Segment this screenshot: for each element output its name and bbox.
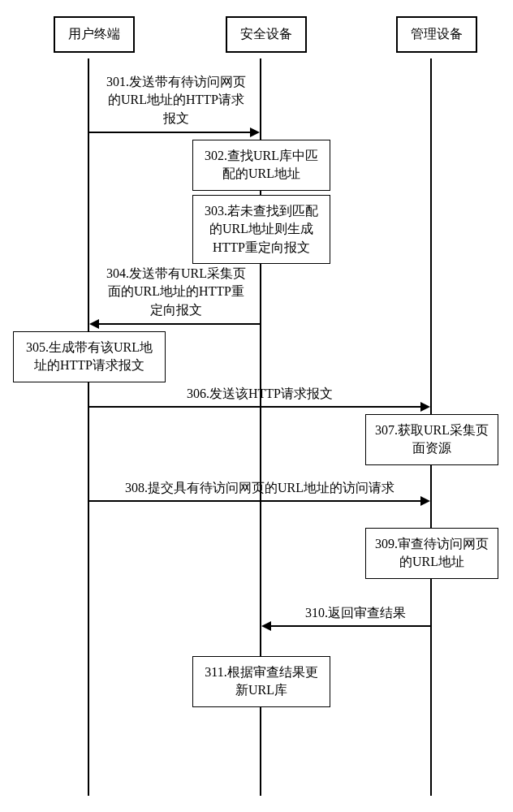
activity-309-label: 309.审查待访问网页的URL地址 [375, 537, 489, 568]
activity-302: 302.查找URL库中匹配的URL地址 [192, 140, 330, 191]
participant-label: 管理设备 [411, 27, 463, 41]
msg-308-label: 308.提交具有待访问网页的URL地址的访问请求 [112, 479, 407, 497]
msg-301-label: 301.发送带有待访问网页的URL地址的HTTP请求报文 [104, 73, 248, 127]
msg-304-label: 304.发送带有URL采集页面的URL地址的HTTP重定向报文 [104, 265, 248, 319]
msg-310-arrow [271, 625, 430, 627]
participant-security-device: 安全设备 [226, 16, 307, 53]
msg-310-label: 310.返回审查结果 [291, 604, 420, 622]
activity-303-label: 303.若未查找到匹配的URL地址则生成HTTP重定向报文 [205, 204, 318, 254]
activity-307-label: 307.获取URL采集页面资源 [375, 423, 489, 455]
activity-305-label: 305.生成带有该URL地址的HTTP请求报文 [26, 340, 153, 372]
participant-label: 安全设备 [240, 27, 292, 41]
activity-311: 311.根据审查结果更新URL库 [192, 656, 330, 707]
msg-308-arrow [89, 500, 420, 502]
activity-307: 307.获取URL采集页面资源 [365, 414, 498, 465]
activity-302-label: 302.查找URL库中匹配的URL地址 [205, 149, 318, 180]
msg-304-arrowhead [89, 319, 99, 329]
participant-label: 用户终端 [68, 27, 120, 41]
msg-308-arrowhead [420, 496, 430, 506]
msg-306-arrowhead [420, 402, 430, 412]
msg-301-arrow [89, 132, 252, 133]
msg-301-arrowhead [250, 127, 260, 137]
lifeline-user-terminal [88, 58, 89, 796]
participant-user-terminal: 用户终端 [54, 16, 135, 53]
msg-310-arrowhead [261, 621, 271, 631]
participant-management-device: 管理设备 [396, 16, 477, 53]
msg-304-arrow [99, 323, 260, 325]
activity-305: 305.生成带有该URL地址的HTTP请求报文 [13, 331, 166, 382]
activity-303: 303.若未查找到匹配的URL地址则生成HTTP重定向报文 [192, 195, 330, 264]
msg-306-label: 306.发送该HTTP请求报文 [162, 385, 357, 403]
msg-306-arrow [89, 406, 420, 408]
activity-311-label: 311.根据审查结果更新URL库 [205, 665, 317, 697]
activity-309: 309.审查待访问网页的URL地址 [365, 528, 498, 579]
